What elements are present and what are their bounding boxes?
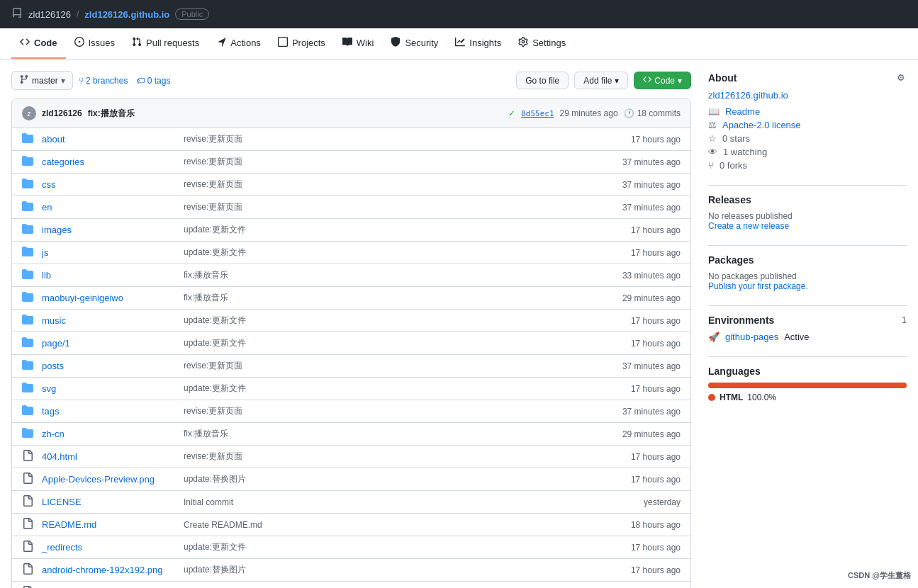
tags-link[interactable]: 🏷 0 tags xyxy=(136,76,170,86)
file-commit-msg: fix:播放音乐 xyxy=(184,428,595,440)
file-name-link[interactable]: zh-cn xyxy=(42,429,184,439)
file-name-link[interactable]: lib xyxy=(42,270,184,281)
file-name-link[interactable]: images xyxy=(42,225,184,235)
table-row: maobuyi-geinigeiwo fix:播放音乐 29 minutes a… xyxy=(12,287,690,310)
about-repo-link[interactable]: zld126126.github.io xyxy=(708,90,788,101)
about-watching: 👁 1 watching xyxy=(708,147,907,157)
file-time: 17 hours ago xyxy=(595,248,681,258)
about-gear-button[interactable]: ⚙ xyxy=(895,71,907,84)
nav-actions[interactable]: Actions xyxy=(208,28,269,59)
stars-count: 0 stars xyxy=(722,133,750,144)
commit-hash-link[interactable]: 8d55ec1 xyxy=(521,109,554,118)
file-commit-msg: update:替换图片 xyxy=(184,564,595,576)
about-license: ⚖ Apache-2.0 license xyxy=(708,120,907,130)
file-commit-msg: update:更新文件 xyxy=(184,315,595,327)
create-release-link[interactable]: Create a new release xyxy=(708,221,789,231)
public-badge: Public xyxy=(175,9,209,20)
packages-section: Packages No packages published Publish y… xyxy=(708,254,907,291)
file-commit-msg: update:替换图片 xyxy=(184,473,595,485)
file-time: 33 minutes ago xyxy=(595,271,681,281)
nav-settings[interactable]: Settings xyxy=(510,28,574,59)
file-name-link[interactable]: _redirects xyxy=(42,542,184,553)
sidebar-divider-4 xyxy=(708,356,907,357)
file-time: 17 hours ago xyxy=(595,543,681,553)
file-name-link[interactable]: android-chrome-192x192.png xyxy=(42,565,184,575)
file-name-link[interactable]: categories xyxy=(42,157,184,167)
table-row: images update:更新文件 17 hours ago xyxy=(12,219,690,242)
code-button[interactable]: Code ▾ xyxy=(634,72,691,89)
sidebar-divider-2 xyxy=(708,245,907,246)
folder-icon xyxy=(22,132,36,146)
file-name-link[interactable]: en xyxy=(42,202,184,213)
file-rows-container: about revise:更新页面 17 hours ago categorie… xyxy=(12,128,690,588)
nav-pr[interactable]: Pull requests xyxy=(123,28,208,59)
nav-code[interactable]: Code xyxy=(11,28,66,59)
security-icon xyxy=(391,37,401,49)
toolbar: master ▾ ⑂ 2 branches 🏷 0 tags Go to fil… xyxy=(11,71,691,90)
publish-package-link[interactable]: Publish your first package. xyxy=(708,281,808,291)
file-time: 17 hours ago xyxy=(595,225,681,235)
nav-security[interactable]: Security xyxy=(382,28,447,59)
file-name-link[interactable]: music xyxy=(42,315,184,326)
commit-author-name: zld126126 xyxy=(42,108,82,118)
table-row: music update:更新文件 17 hours ago xyxy=(12,310,690,332)
branch-selector[interactable]: master ▾ xyxy=(11,71,73,90)
environments-section: Environments 1 🚀 github-pages Active xyxy=(708,315,907,342)
file-name-link[interactable]: css xyxy=(42,179,184,190)
about-section: About ⚙ zld126126.github.io 📖 Readme ⚖ A… xyxy=(708,71,907,171)
file-name-link[interactable]: README.md xyxy=(42,519,184,530)
language-bar xyxy=(708,383,907,388)
nav-projects[interactable]: Projects xyxy=(269,28,334,59)
tag-icon: 🏷 xyxy=(136,76,145,86)
folder-icon xyxy=(22,337,36,350)
file-time: 17 hours ago xyxy=(595,452,681,462)
repo-name-link[interactable]: zld126126.github.io xyxy=(84,9,169,20)
go-to-file-button[interactable]: Go to file xyxy=(516,72,569,89)
file-icon xyxy=(22,450,36,463)
nav-pr-label: Pull requests xyxy=(146,38,199,48)
nav-issues[interactable]: Issues xyxy=(66,28,124,59)
table-row: about revise:更新页面 17 hours ago xyxy=(12,128,690,151)
file-name-link[interactable]: posts xyxy=(42,361,184,371)
license-link[interactable]: Apache-2.0 license xyxy=(722,120,801,130)
star-icon: ☆ xyxy=(708,133,717,144)
file-name-link[interactable]: maobuyi-geinigeiwo xyxy=(42,293,184,303)
file-name-link[interactable]: svg xyxy=(42,383,184,394)
readme-link[interactable]: Readme xyxy=(725,106,760,117)
folder-icon xyxy=(22,223,36,237)
about-stars: ☆ 0 stars xyxy=(708,133,907,144)
book-icon: 📖 xyxy=(708,106,720,117)
add-file-button[interactable]: Add file ▾ xyxy=(574,72,628,89)
table-row: svg update:更新文件 17 hours ago xyxy=(12,378,690,400)
file-commit-msg: revise:更新页面 xyxy=(184,451,595,463)
file-name-link[interactable]: page/1 xyxy=(42,338,184,349)
file-time: 17 hours ago xyxy=(595,316,681,326)
nav-wiki[interactable]: Wiki xyxy=(334,28,383,59)
file-table: z zld126126 fix:播放音乐 ✓ 8d55ec1 29 minute… xyxy=(11,98,691,588)
file-name-link[interactable]: Apple-Devices-Preview.png xyxy=(42,474,184,485)
file-name-link[interactable]: 404.html xyxy=(42,451,184,462)
branches-link[interactable]: ⑂ 2 branches xyxy=(79,76,128,86)
file-name-link[interactable]: LICENSE xyxy=(42,497,184,507)
commit-row: z zld126126 fix:播放音乐 ✓ 8d55ec1 29 minute… xyxy=(12,99,690,128)
branch-name: master xyxy=(32,76,58,86)
table-row: js update:更新文件 17 hours ago xyxy=(12,242,690,264)
file-time: 37 minutes ago xyxy=(595,180,681,190)
no-packages-text: No packages published xyxy=(708,271,907,281)
file-name-link[interactable]: tags xyxy=(42,406,184,417)
table-row: zh-cn fix:播放音乐 29 minutes ago xyxy=(12,423,690,446)
deploy-icon: 🚀 xyxy=(708,332,720,342)
file-commit-msg: Create README.md xyxy=(184,520,595,530)
folder-icon xyxy=(22,291,36,305)
file-commit-msg: revise:更新页面 xyxy=(184,156,595,168)
file-name-link[interactable]: about xyxy=(42,134,184,145)
file-name-link[interactable]: js xyxy=(42,247,184,258)
folder-icon xyxy=(22,246,36,259)
file-time: 29 minutes ago xyxy=(595,293,681,303)
code-btn-label: Code xyxy=(654,76,675,86)
nav-insights[interactable]: Insights xyxy=(447,28,510,59)
code-btn-icon xyxy=(643,75,651,86)
env-link[interactable]: github-pages xyxy=(725,332,778,342)
table-row: posts revise:更新页面 37 minutes ago xyxy=(12,355,690,378)
commit-count-label: 18 commits xyxy=(637,108,681,118)
